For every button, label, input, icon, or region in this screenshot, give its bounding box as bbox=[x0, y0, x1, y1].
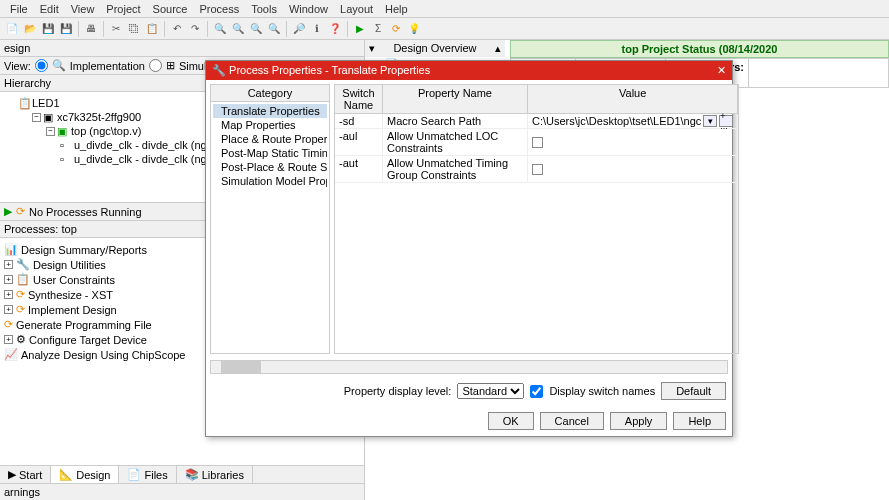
cat-translate[interactable]: Translate Properties bbox=[213, 104, 327, 118]
menu-project[interactable]: Project bbox=[100, 3, 146, 15]
zoom-out-icon[interactable]: 🔍 bbox=[230, 21, 246, 37]
zoom-in-icon[interactable]: 🔍 bbox=[212, 21, 228, 37]
idea-icon[interactable]: 💡 bbox=[406, 21, 422, 37]
col-switch: Switch Name bbox=[335, 85, 383, 113]
warnings-panel: arnings bbox=[0, 483, 364, 500]
process-icon: ⟳ bbox=[4, 318, 13, 331]
menu-process[interactable]: Process bbox=[193, 3, 245, 15]
cat-par[interactable]: Place & Route Properties bbox=[213, 132, 327, 146]
menubar: File Edit View Project Source Process To… bbox=[0, 0, 889, 18]
menu-view[interactable]: View bbox=[65, 3, 101, 15]
design-label: esign bbox=[4, 42, 30, 54]
menu-source[interactable]: Source bbox=[147, 3, 194, 15]
module-icon: ▫ bbox=[60, 153, 72, 165]
sum-icon[interactable]: Σ bbox=[370, 21, 386, 37]
display-level-label: Property display level: bbox=[344, 385, 452, 397]
switch-names-label: Display switch names bbox=[549, 385, 655, 397]
zoom-area-icon[interactable]: 🔍 bbox=[266, 21, 282, 37]
switch-names-checkbox[interactable] bbox=[530, 385, 543, 398]
collapse-icon[interactable]: − bbox=[46, 127, 55, 136]
menu-tools[interactable]: Tools bbox=[245, 3, 283, 15]
undo-icon[interactable]: ↶ bbox=[169, 21, 185, 37]
macro-path-value[interactable]: C:\Users\jc\Desktop\tset\LED1\ngc bbox=[532, 115, 701, 127]
scope-icon: 📈 bbox=[4, 348, 18, 361]
zoom-fit-icon[interactable]: 🔍 bbox=[248, 21, 264, 37]
ok-button[interactable]: OK bbox=[488, 412, 534, 430]
design-icon: 📐 bbox=[59, 468, 73, 481]
play-icon[interactable]: ▶ bbox=[4, 205, 12, 218]
timing-checkbox[interactable] bbox=[532, 164, 543, 175]
menu-edit[interactable]: Edit bbox=[34, 3, 65, 15]
collapse-icon[interactable]: ▾ bbox=[369, 42, 375, 55]
display-level-select[interactable]: Standard bbox=[457, 383, 524, 399]
apply-button[interactable]: Apply bbox=[610, 412, 668, 430]
sim-icon: ⊞ bbox=[166, 59, 175, 72]
magnify-icon: 🔍 bbox=[52, 59, 66, 72]
prop-row-sd[interactable]: -sd Macro Search Path C:\Users\jc\Deskto… bbox=[335, 114, 738, 129]
overview-header: ▾ Design Overview ▴ bbox=[365, 40, 505, 57]
save-all-icon[interactable]: 💾 bbox=[58, 21, 74, 37]
menu-help[interactable]: Help bbox=[379, 3, 414, 15]
chip-icon: ▣ bbox=[43, 111, 55, 123]
tab-design[interactable]: 📐Design bbox=[51, 466, 119, 483]
bottom-tabs: ▶Start 📐Design 📄Files 📚Libraries bbox=[0, 465, 364, 483]
expand-icon[interactable]: + bbox=[4, 335, 13, 344]
redo-icon[interactable]: ↷ bbox=[187, 21, 203, 37]
add-button[interactable]: + ... bbox=[719, 115, 733, 127]
dialog-titlebar: 🔧 Process Properties - Translate Propert… bbox=[206, 61, 732, 80]
loc-checkbox[interactable] bbox=[532, 137, 543, 148]
busy-icon: ⟳ bbox=[16, 205, 25, 218]
prop-row-aut[interactable]: -aut Allow Unmatched Timing Group Constr… bbox=[335, 156, 738, 183]
cancel-button[interactable]: Cancel bbox=[540, 412, 604, 430]
tab-start[interactable]: ▶Start bbox=[0, 466, 51, 483]
cut-icon[interactable]: ✂ bbox=[108, 21, 124, 37]
default-button[interactable]: Default bbox=[661, 382, 726, 400]
whats-this-icon[interactable]: ❓ bbox=[327, 21, 343, 37]
menu-window[interactable]: Window bbox=[283, 3, 334, 15]
dialog-title: Process Properties - Translate Propertie… bbox=[229, 64, 430, 76]
expand-icon[interactable]: + bbox=[4, 275, 13, 284]
process-icon: ⟳ bbox=[16, 288, 25, 301]
help-icon[interactable]: ℹ bbox=[309, 21, 325, 37]
run-icon[interactable]: ▶ bbox=[352, 21, 368, 37]
browse-button[interactable]: ▾ bbox=[703, 115, 717, 127]
design-panel-header: esign bbox=[0, 40, 364, 57]
find-icon[interactable]: 🔎 bbox=[291, 21, 307, 37]
tab-libraries[interactable]: 📚Libraries bbox=[177, 466, 253, 483]
menu-layout[interactable]: Layout bbox=[334, 3, 379, 15]
simulation-radio[interactable] bbox=[149, 59, 162, 72]
start-icon: ▶ bbox=[8, 468, 16, 481]
prop-row-aul[interactable]: -aul Allow Unmatched LOC Constraints bbox=[335, 129, 738, 156]
scroll-up-icon[interactable]: ▴ bbox=[495, 42, 501, 55]
cat-sim[interactable]: Simulation Model Properties bbox=[213, 174, 327, 188]
copy-icon[interactable]: ⿻ bbox=[126, 21, 142, 37]
expand-icon[interactable]: + bbox=[4, 260, 13, 269]
toolbar: 📄 📂 💾 💾 🖶 ✂ ⿻ 📋 ↶ ↷ 🔍 🔍 🔍 🔍 🔎 ℹ ❓ ▶ Σ ⟳ … bbox=[0, 18, 889, 40]
constraint-icon: 📋 bbox=[16, 273, 30, 286]
implementation-radio[interactable] bbox=[35, 59, 48, 72]
open-icon[interactable]: 📂 bbox=[22, 21, 38, 37]
new-icon[interactable]: 📄 bbox=[4, 21, 20, 37]
tab-files[interactable]: 📄Files bbox=[119, 466, 176, 483]
category-scrollbar[interactable] bbox=[210, 360, 728, 374]
project-icon: 📋 bbox=[18, 97, 30, 109]
cat-postpar[interactable]: Post-Place & Route Static Timing bbox=[213, 160, 327, 174]
cat-map[interactable]: Map Properties bbox=[213, 118, 327, 132]
process-icon: ⟳ bbox=[16, 303, 25, 316]
close-icon[interactable]: ✕ bbox=[717, 64, 726, 77]
files-icon: 📄 bbox=[127, 468, 141, 481]
col-property: Property Name bbox=[383, 85, 528, 113]
process-properties-dialog: 🔧 Process Properties - Translate Propert… bbox=[205, 60, 733, 437]
paste-icon[interactable]: 📋 bbox=[144, 21, 160, 37]
cat-postmap[interactable]: Post-Map Static Timing Report P bbox=[213, 146, 327, 160]
rerun-icon[interactable]: ⟳ bbox=[388, 21, 404, 37]
col-value: Value bbox=[528, 85, 738, 113]
menu-file[interactable]: File bbox=[4, 3, 34, 15]
print-icon[interactable]: 🖶 bbox=[83, 21, 99, 37]
expand-icon[interactable]: + bbox=[4, 290, 13, 299]
collapse-icon[interactable]: − bbox=[32, 113, 41, 122]
save-icon[interactable]: 💾 bbox=[40, 21, 56, 37]
tool-icon: 🔧 bbox=[16, 258, 30, 271]
help-button[interactable]: Help bbox=[673, 412, 726, 430]
expand-icon[interactable]: + bbox=[4, 305, 13, 314]
